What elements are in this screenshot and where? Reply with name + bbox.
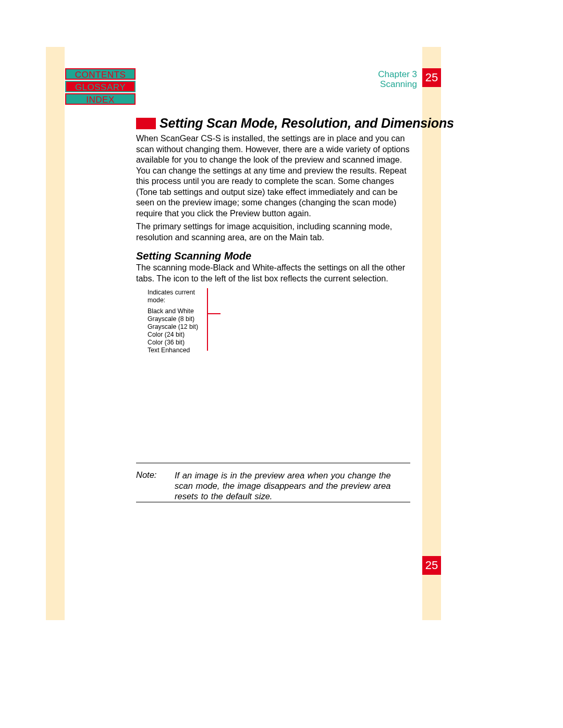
mode-option: Black and White [148,307,207,315]
mode-option: Grayscale (8 bit) [148,315,207,323]
note-label: Note: [136,470,156,480]
page-number-top: 25 [422,68,441,87]
subheading: Setting Scanning Mode [136,250,251,262]
mode-option: Color (36 bit) [148,339,207,347]
note-rule-top [136,463,410,463]
margin-strip-right [422,47,441,620]
mode-option: Grayscale (12 bit) [148,323,207,331]
mode-option: Text Enhanced [148,347,207,354]
callout-vertical-line [207,288,208,351]
callout-horizontal-line [207,313,221,314]
heading-row: Setting Scan Mode, Resolution, and Dimen… [136,116,454,131]
chapter-section: Scanning [380,79,417,89]
mode-option: Color (24 bit) [148,331,207,339]
page: CONTENTS GLOSSARY INDEX Chapter 3 Scanni… [0,0,563,728]
margin-strip-left [46,47,65,620]
paragraph-2: The primary settings for image acquisiti… [136,221,410,242]
note-body: If an image is in the preview area when … [175,470,410,501]
note-rule-bottom [136,502,410,502]
contents-button[interactable]: CONTENTS [65,68,136,80]
callout-intro: Indicates current mode: [148,289,207,304]
glossary-button[interactable]: GLOSSARY [65,81,136,92]
page-heading: Setting Scan Mode, Resolution, and Dimen… [160,116,454,131]
heading-marker [136,118,156,129]
chapter-number: Chapter 3 [378,69,417,79]
paragraph-1: When ScanGear CS-S is installed, the set… [136,133,410,218]
paragraph-3: The scanning mode-Black and White-affect… [136,262,410,283]
page-number-bottom: 25 [422,556,441,575]
mode-callout: Indicates current mode: Black and White … [148,289,207,354]
index-button[interactable]: INDEX [65,93,136,105]
chapter-label: Chapter 3 Scanning [344,69,417,89]
